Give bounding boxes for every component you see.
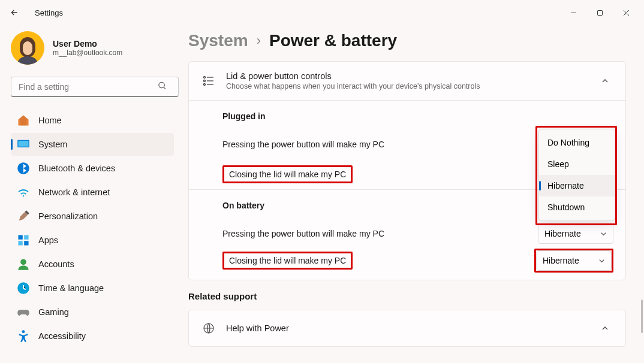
card-header[interactable]: Lid & power button controls Choose what … (189, 62, 625, 100)
collapse-button[interactable] (597, 72, 613, 89)
sidebar-item-system[interactable]: System (11, 133, 174, 156)
home-icon (17, 115, 30, 126)
svg-rect-5 (18, 235, 22, 239)
sidebar-item-label: Bluetooth & devices (38, 164, 115, 173)
dropdown-battery-power[interactable]: Hibernate (538, 223, 613, 244)
chevron-down-icon (598, 258, 605, 264)
dropdown-value: Hibernate (543, 256, 579, 265)
setting-battery-lid: Closing the lid will make my PC Hibernat… (222, 249, 625, 280)
accounts-icon (17, 259, 30, 270)
section-plugged-title: Plugged in (222, 101, 625, 129)
highlighted-label: Closing the lid will make my PC (222, 252, 353, 270)
sidebar-item-accounts[interactable]: Accounts (11, 253, 174, 276)
scrollbar-thumb[interactable] (641, 300, 643, 333)
sidebar-item-label: Accounts (38, 259, 74, 269)
globe-icon (201, 322, 216, 334)
sidebar-item-label: Apps (38, 235, 58, 245)
breadcrumb-parent[interactable]: System (188, 31, 248, 50)
sidebar-item-label: Gaming (38, 307, 69, 317)
chevron-down-icon (600, 231, 607, 237)
dropdown-option-hibernate[interactable]: Hibernate (539, 175, 615, 196)
sidebar-nav: Home System Bluetooth & devices Network … (11, 109, 174, 349)
chevron-right-icon: › (257, 33, 261, 49)
card-title: Lid & power button controls (226, 71, 597, 81)
sidebar-item-label: Personalization (38, 211, 98, 221)
sidebar-item-label: Accessibility (38, 331, 86, 341)
sidebar-item-bluetooth[interactable]: Bluetooth & devices (11, 157, 174, 180)
main-content: System › Power & battery Lid & power but… (180, 25, 644, 363)
help-card[interactable]: Help with Power (188, 310, 626, 347)
sidebar-item-network[interactable]: Network & internet (11, 181, 174, 204)
setting-label: Closing the lid will make my PC (229, 170, 346, 179)
dropdown-value: Hibernate (544, 229, 581, 238)
maximize-button[interactable] (586, 3, 613, 22)
sidebar-item-label: Time & language (38, 283, 104, 293)
setting-label: Closing the lid will make my PC (229, 256, 346, 265)
minimize-button[interactable] (560, 3, 586, 22)
sidebar-item-time[interactable]: Time & language (11, 277, 174, 300)
time-icon (17, 283, 30, 294)
svg-rect-7 (18, 241, 22, 245)
profile-name: User Demo (53, 39, 122, 49)
accessibility-icon (17, 331, 30, 341)
gaming-icon (17, 307, 30, 317)
dropdown-option-shutdown[interactable]: Shutdown (539, 196, 615, 218)
personalization-icon (17, 211, 30, 222)
sidebar-item-home[interactable]: Home (11, 109, 174, 132)
bluetooth-icon (17, 163, 30, 174)
svg-point-14 (204, 80, 206, 82)
dropdown-menu: Do Nothing Sleep Hibernate Shutdown (538, 129, 615, 221)
close-button[interactable] (613, 3, 639, 22)
sidebar-item-personalization[interactable]: Personalization (11, 205, 174, 228)
card-subtitle: Choose what happens when you interact wi… (226, 82, 597, 90)
back-button[interactable] (5, 3, 24, 22)
page-title: Power & battery (269, 31, 397, 50)
dropdown-battery-lid[interactable]: Hibernate (536, 250, 612, 271)
sidebar-item-label: Network & internet (38, 187, 110, 197)
sidebar-item-label: Home (38, 116, 62, 125)
related-support-title: Related support (188, 291, 626, 301)
profile-email: m__lab@outlook.com (53, 49, 122, 57)
help-title: Help with Power (226, 323, 597, 333)
breadcrumb: System › Power & battery (188, 31, 626, 50)
network-icon (17, 187, 30, 198)
svg-point-13 (204, 77, 206, 78)
highlighted-label: Closing the lid will make my PC (222, 165, 353, 183)
setting-label: Pressing the power button will make my P… (222, 229, 384, 238)
apps-icon (17, 235, 30, 246)
sidebar-item-apps[interactable]: Apps (11, 229, 174, 252)
svg-point-9 (20, 259, 26, 265)
dropdown-option-do-nothing[interactable]: Do Nothing (539, 132, 615, 153)
svg-rect-3 (18, 141, 28, 147)
sidebar-item-accessibility[interactable]: Accessibility (11, 325, 174, 347)
setting-label: Pressing the power button will make my P… (222, 140, 384, 149)
highlighted-dropdown: Hibernate (534, 249, 613, 273)
collapse-button[interactable] (597, 320, 613, 337)
svg-rect-6 (24, 235, 28, 239)
svg-point-1 (159, 82, 164, 87)
window-title: Settings (35, 8, 63, 17)
svg-point-12 (22, 330, 25, 333)
svg-rect-8 (24, 241, 28, 245)
avatar (11, 31, 44, 65)
search-box[interactable] (11, 77, 174, 97)
search-input[interactable] (11, 77, 179, 97)
dropdown-option-sleep[interactable]: Sleep (539, 153, 615, 175)
list-settings-icon (201, 75, 216, 86)
lid-power-card: Lid & power button controls Choose what … (188, 61, 626, 280)
svg-point-15 (204, 84, 206, 86)
system-icon (17, 139, 30, 150)
setting-plugged-lid: Closing the lid will make my PC Do Nothi… (222, 159, 625, 189)
svg-rect-0 (597, 10, 602, 15)
profile-block[interactable]: User Demo m__lab@outlook.com (11, 31, 174, 65)
search-icon (158, 81, 167, 93)
sidebar-item-label: System (38, 140, 67, 149)
sidebar-item-gaming[interactable]: Gaming (11, 301, 174, 323)
setting-battery-power-button: Pressing the power button will make my P… (222, 219, 625, 249)
